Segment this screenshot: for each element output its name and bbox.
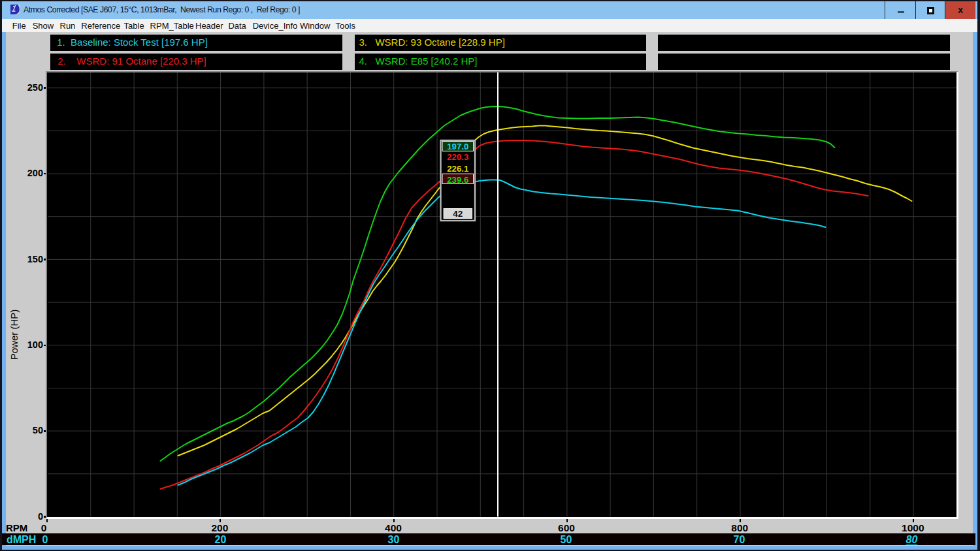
svg-text:42: 42 bbox=[453, 209, 463, 219]
svg-text:197.0: 197.0 bbox=[447, 142, 468, 151]
svg-text:226.1: 226.1 bbox=[447, 164, 468, 174]
svg-text:239.6: 239.6 bbox=[447, 175, 468, 185]
svg-text:220.3: 220.3 bbox=[447, 152, 468, 162]
